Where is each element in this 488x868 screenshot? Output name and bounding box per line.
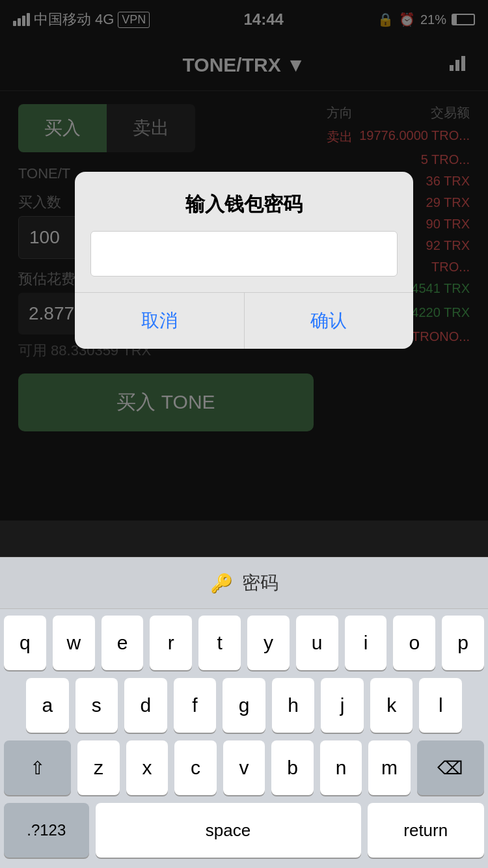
key-row-4: .?123 space return xyxy=(4,803,484,858)
key-f[interactable]: f xyxy=(174,678,217,733)
key-a[interactable]: a xyxy=(26,678,69,733)
dialog-title: 输入钱包密码 xyxy=(75,172,413,231)
dialog-buttons: 取消 确认 xyxy=(75,292,413,349)
key-p[interactable]: p xyxy=(442,616,484,670)
return-key[interactable]: return xyxy=(368,803,485,858)
key-u[interactable]: u xyxy=(296,616,338,670)
key-y[interactable]: y xyxy=(247,616,290,670)
key-l[interactable]: l xyxy=(419,678,462,733)
password-input[interactable] xyxy=(90,231,398,277)
key-q[interactable]: q xyxy=(4,616,46,670)
confirm-button[interactable]: 确认 xyxy=(245,293,414,349)
key-w[interactable]: w xyxy=(53,616,95,670)
key-t[interactable]: t xyxy=(198,616,241,670)
key-r[interactable]: r xyxy=(150,616,192,670)
keyboard-area: 🔑 密码 q w e r t y u i o p a s d f g h j k… xyxy=(0,557,488,868)
keyboard-accessory-label: 密码 xyxy=(242,571,278,595)
password-dialog: 输入钱包密码 取消 确认 xyxy=(75,172,413,349)
key-m[interactable]: m xyxy=(368,740,411,795)
key-v[interactable]: v xyxy=(223,740,265,795)
key-k[interactable]: k xyxy=(370,678,413,733)
key-z[interactable]: z xyxy=(77,740,120,795)
key-h[interactable]: h xyxy=(272,678,315,733)
key-row-2: a s d f g h j k l xyxy=(4,678,484,733)
key-x[interactable]: x xyxy=(126,740,169,795)
keyboard-rows: q w e r t y u i o p a s d f g h j k l ⇧ … xyxy=(0,609,488,868)
dialog-input-wrap xyxy=(75,231,413,292)
key-o[interactable]: o xyxy=(393,616,435,670)
key-d[interactable]: d xyxy=(124,678,167,733)
key-g[interactable]: g xyxy=(223,678,265,733)
key-row-1: q w e r t y u i o p xyxy=(4,616,484,670)
cancel-button[interactable]: 取消 xyxy=(75,293,244,349)
key-n[interactable]: n xyxy=(320,740,362,795)
key-j[interactable]: j xyxy=(321,678,364,733)
key-c[interactable]: c xyxy=(174,740,217,795)
modal-overlay: 输入钱包密码 取消 确认 xyxy=(0,0,488,521)
key-row-3: ⇧ z x c v b n m ⌫ xyxy=(4,740,484,795)
key-i[interactable]: i xyxy=(345,616,387,670)
key-e[interactable]: e xyxy=(102,616,144,670)
key-s[interactable]: s xyxy=(75,678,118,733)
keyboard-accessory: 🔑 密码 xyxy=(0,557,488,609)
space-key[interactable]: space xyxy=(96,803,361,858)
key-b[interactable]: b xyxy=(271,740,314,795)
shift-key[interactable]: ⇧ xyxy=(4,740,71,795)
delete-key[interactable]: ⌫ xyxy=(417,740,484,795)
numbers-key[interactable]: .?123 xyxy=(4,803,89,858)
key-icon: 🔑 xyxy=(210,573,233,594)
